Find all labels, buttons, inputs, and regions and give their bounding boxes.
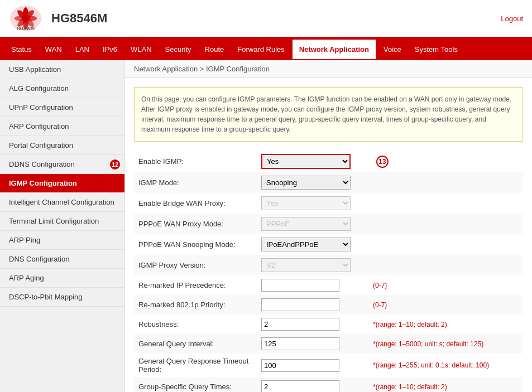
sidebar-item-intelligent-channel[interactable]: Intelligent Channel Configuration [0, 193, 124, 212]
header-left: HUAWEI HG8546M [9, 4, 107, 32]
sidebar-item-portal-configuration[interactable]: Portal Configuration [0, 136, 124, 155]
field-group-query-times-cell [257, 377, 368, 392]
nav-status[interactable]: Status [4, 38, 39, 60]
sidebar-item-igmp-configuration[interactable]: IGMP Configuration [0, 174, 124, 193]
form-row-igmp-mode: IGMP Mode: Snooping Proxy [134, 172, 523, 193]
field-pppoe-proxy-mode-cell: PPPoE IPoE [257, 214, 368, 234]
sidebar-item-dns-configuration[interactable]: DNS Configuration [0, 250, 124, 269]
nav-network-application[interactable]: Network Application [291, 38, 377, 60]
enable-igmp-select[interactable]: Yes No [261, 154, 351, 169]
igmp-mode-select[interactable]: Snooping Proxy [261, 176, 351, 190]
sidebar-item-arp-ping[interactable]: ARP Ping [0, 231, 124, 250]
label-pppoe-proxy-mode: PPPoE WAN Proxy Mode: [134, 214, 257, 234]
bridge-wan-proxy-select[interactable]: Yes No [261, 196, 351, 210]
label-general-query-response: General Query Response Timeout Period: [134, 354, 257, 377]
hint-group-query-times: *(range: 1–10; default: 2) [368, 377, 523, 392]
form-row-bridge-wan-proxy: Enable Bridge WAN Proxy: Yes No [134, 193, 523, 214]
nav-bar: Status WAN LAN IPv6 WLAN Security Route … [0, 38, 532, 60]
hint-robustness: *(range: 1–10; default: 2) [368, 314, 523, 334]
hint-enable-igmp: 13 [368, 151, 523, 172]
label-enable-igmp: Enable IGMP: [134, 151, 257, 172]
label-remarked-8021p: Re-marked 802.1p Priority: [134, 295, 257, 314]
sidebar-item-arp-configuration[interactable]: ARP Configuration [0, 117, 124, 136]
sidebar: USB Application ALG Configuration UPnP C… [0, 60, 125, 392]
form-row-pppoe-snooping-mode: PPPoE WAN Snooping Mode: IPoEAndPPPoE PP… [134, 234, 523, 255]
igmp-proxy-version-select[interactable]: V2 V3 [261, 258, 351, 272]
sidebar-item-upnp-configuration[interactable]: UPnP Configuration [0, 98, 124, 117]
form-row-robustness: Robustness: *(range: 1–10; default: 2) [134, 314, 523, 334]
form-row-remarked-8021p: Re-marked 802.1p Priority: (0-7) [134, 295, 523, 314]
label-pppoe-snooping-mode: PPPoE WAN Snooping Mode: [134, 234, 257, 255]
form-row-remarked-ip: Re-marked IP Precedence: (0-7) [134, 275, 523, 295]
breadcrumb: Network Application > IGMP Configuration [125, 60, 532, 78]
main-layout: USB Application ALG Configuration UPnP C… [0, 60, 532, 392]
pppoe-proxy-mode-select[interactable]: PPPoE IPoE [261, 217, 351, 231]
pppoe-snooping-mode-select[interactable]: IPoEAndPPPoE PPPoE IPoE [261, 238, 351, 251]
nav-security[interactable]: Security [159, 38, 198, 60]
field-remarked-8021p-cell [257, 295, 368, 314]
sidebar-item-arp-aging[interactable]: ARP Aging [0, 269, 124, 288]
info-box: On this page, you can configure IGMP par… [134, 87, 523, 142]
ddns-badge: 12 [110, 159, 120, 170]
field-general-query-response-cell [257, 354, 368, 377]
nav-voice[interactable]: Voice [377, 38, 408, 60]
hint-remarked-ip: (0-7) [368, 275, 523, 295]
remarked-8021p-input[interactable] [261, 298, 339, 311]
form-row-enable-igmp: Enable IGMP: Yes No 13 [134, 151, 523, 172]
hint-igmp-mode [368, 172, 523, 193]
label-remarked-ip: Re-marked IP Precedence: [134, 275, 257, 295]
group-query-times-input[interactable] [261, 380, 339, 392]
device-name: HG8546M [51, 11, 107, 26]
hint-bridge-wan-proxy [368, 193, 523, 214]
nav-wan[interactable]: WAN [39, 38, 69, 60]
robustness-input[interactable] [261, 318, 339, 331]
remarked-ip-input[interactable] [261, 279, 339, 292]
nav-lan[interactable]: LAN [69, 38, 96, 60]
logout-button[interactable]: Logout [501, 14, 523, 23]
label-bridge-wan-proxy: Enable Bridge WAN Proxy: [134, 193, 257, 214]
general-query-response-input[interactable] [261, 359, 339, 372]
sidebar-item-alg-configuration[interactable]: ALG Configuration [0, 79, 124, 98]
nav-route[interactable]: Route [198, 38, 231, 60]
form-row-pppoe-proxy-mode: PPPoE WAN Proxy Mode: PPPoE IPoE [134, 214, 523, 234]
header: HUAWEI HG8546M Logout [0, 0, 532, 38]
general-query-interval-input[interactable] [261, 337, 339, 350]
hint-pppoe-proxy-mode [368, 214, 523, 234]
hint-igmp-proxy-version [368, 255, 523, 275]
form-row-general-query-response: General Query Response Timeout Period: *… [134, 354, 523, 377]
sidebar-item-ddns-configuration[interactable]: DDNS Configuration 12 [0, 155, 124, 174]
label-group-query-times: Group-Specific Query Times: [134, 377, 257, 392]
logo-area: HUAWEI [9, 4, 42, 32]
label-igmp-mode: IGMP Mode: [134, 172, 257, 193]
annotation-13: 13 [376, 156, 389, 168]
nav-forward-rules[interactable]: Forward Rules [231, 38, 291, 60]
field-pppoe-snooping-mode-cell: IPoEAndPPPoE PPPoE IPoE [257, 234, 368, 255]
form-row-igmp-proxy-version: IGMP Proxy Version: V2 V3 [134, 255, 523, 275]
nav-ipv6[interactable]: IPv6 [96, 38, 124, 60]
label-robustness: Robustness: [134, 314, 257, 334]
form-row-general-query-interval: General Query Interval: *(range: 1–5000;… [134, 334, 523, 354]
hint-remarked-8021p: (0-7) [368, 295, 523, 314]
label-igmp-proxy-version: IGMP Proxy Version: [134, 255, 257, 275]
igmp-form: Enable IGMP: Yes No 13 IGMP [134, 151, 523, 392]
sidebar-item-dscp-pbit[interactable]: DSCP-to-Pbit Mapping [0, 288, 124, 307]
content-area: Network Application > IGMP Configuration… [125, 60, 532, 392]
field-igmp-proxy-version-cell: V2 V3 [257, 255, 368, 275]
sidebar-item-terminal-limit[interactable]: Terminal Limit Configuration [0, 212, 124, 231]
huawei-logo: HUAWEI [9, 4, 42, 32]
field-robustness-cell [257, 314, 368, 334]
field-remarked-ip-cell [257, 275, 368, 295]
label-general-query-interval: General Query Interval: [134, 334, 257, 354]
field-igmp-mode-cell: Snooping Proxy [257, 172, 368, 193]
field-general-query-interval-cell [257, 334, 368, 354]
field-enable-igmp-cell: Yes No [257, 151, 368, 172]
hint-general-query-response: *(range: 1–255; unit: 0.1s; default: 100… [368, 354, 523, 377]
field-bridge-wan-proxy-cell: Yes No [257, 193, 368, 214]
form-row-group-query-times: Group-Specific Query Times: *(range: 1–1… [134, 377, 523, 392]
content-inner: On this page, you can configure IGMP par… [125, 78, 532, 392]
nav-wlan[interactable]: WLAN [124, 38, 159, 60]
svg-text:HUAWEI: HUAWEI [17, 26, 35, 31]
nav-system-tools[interactable]: System Tools [408, 38, 464, 60]
sidebar-item-usb-application[interactable]: USB Application [0, 60, 124, 79]
hint-pppoe-snooping-mode [368, 234, 523, 255]
